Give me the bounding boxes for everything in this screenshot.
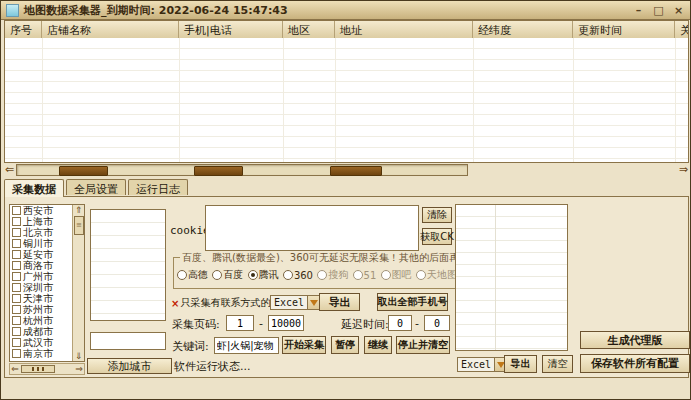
maximize-button[interactable]: □ [652, 4, 665, 17]
map-source-group: 百度、腾讯(数据最全)、360可无延迟无限采集！其他的后面再加！ 高德百度腾讯3… [173, 257, 460, 289]
keyword-input[interactable] [214, 337, 279, 354]
radio-百度[interactable]: 百度 [212, 268, 243, 282]
radio-高德[interactable]: 高德 [177, 268, 208, 282]
table-body[interactable] [5, 38, 688, 162]
checkbox-icon[interactable] [12, 239, 21, 248]
collect-data-panel: 西安市上海市北京市铜川市延安市商洛市广州市深圳市天津市苏州市杭州市成都市武汉市南… [4, 196, 689, 378]
scrollbar-thumb[interactable] [21, 365, 55, 373]
title-bar: 地图数据采集器_到期时间: 2022-06-24 15:47:43 – □ × [1, 1, 690, 20]
checkbox-icon[interactable] [12, 283, 21, 292]
contact-only-checkbox[interactable]: × 只采集有联系方式的 [171, 294, 270, 312]
page-range-label: 采集页码: [172, 317, 220, 332]
list-column-divider [495, 205, 496, 350]
new-city-input[interactable] [90, 332, 166, 350]
tab-0[interactable]: 采集数据 [4, 179, 64, 197]
phone-export-button[interactable]: 导出 [504, 355, 537, 373]
page-to-input[interactable] [268, 315, 304, 331]
checkbox-icon[interactable] [12, 228, 21, 237]
scrollbar-thumb[interactable]: ≡ [74, 216, 84, 235]
scrollbar-thumb[interactable] [194, 166, 243, 176]
continue-button[interactable]: 继续 [364, 336, 392, 354]
radio-icon [381, 270, 391, 280]
app-window: 地图数据采集器_到期时间: 2022-06-24 15:47:43 – □ × … [0, 0, 691, 400]
keyword-label: 关键词: [172, 339, 209, 354]
export-format-dropdown[interactable]: Excel [270, 295, 321, 310]
window-title: 地图数据采集器_到期时间: 2022-06-24 15:47:43 [24, 3, 288, 18]
delay-from-input[interactable] [388, 315, 412, 331]
scrollbar-thumb[interactable] [59, 166, 108, 176]
status-text: 软件运行状态... [174, 359, 251, 374]
scroll-down-icon[interactable]: ⇓ [73, 351, 84, 361]
radio-天地图: 天地图 [416, 268, 457, 282]
save-config-button[interactable]: 保存软件所有配置 [580, 354, 690, 373]
map-source-legend: 百度、腾讯(数据最全)、360可无延迟无限采集！其他的后面再加！ [180, 251, 481, 265]
scroll-right-icon[interactable]: ⇒ [677, 163, 690, 177]
column-header[interactable]: 经纬度 [473, 21, 573, 38]
scrollbar-thumb[interactable] [330, 166, 382, 176]
column-header[interactable]: 关键词 [675, 21, 689, 38]
checkbox-icon[interactable] [12, 305, 21, 314]
checkbox-icon[interactable] [12, 316, 21, 325]
scrollbar-track[interactable] [16, 164, 468, 176]
scroll-right-icon[interactable]: ⇒ [74, 364, 84, 374]
radio-图吧: 图吧 [381, 268, 412, 282]
checkbox-icon[interactable] [12, 250, 21, 259]
checkbox-icon[interactable] [12, 206, 21, 215]
checkbox-icon[interactable] [12, 327, 21, 336]
results-table: 序号店铺名称手机|电话地区地址经纬度更新时间关键词 [4, 20, 689, 163]
cookie-clear-button[interactable]: 清除 [422, 207, 452, 223]
delay-dash: - [415, 317, 419, 330]
pause-button[interactable]: 暂停 [331, 336, 359, 354]
checkbox-icon[interactable] [12, 272, 21, 281]
cookie-get-button[interactable]: 获取CK [422, 228, 452, 245]
scroll-left-icon[interactable]: ⇐ [3, 163, 16, 177]
tab-1[interactable]: 全局设置 [66, 179, 126, 195]
export-button[interactable]: 导出 [319, 293, 360, 311]
checkbox-icon[interactable] [12, 217, 21, 226]
city-list-horizontal-scrollbar[interactable]: ⇐ ⇒ [9, 363, 85, 375]
radio-51: 51 [353, 268, 377, 282]
close-button[interactable]: × [672, 4, 685, 17]
column-header[interactable]: 手机|电话 [179, 21, 283, 38]
extract-phones-button[interactable]: 取出全部手机号 [377, 293, 448, 311]
phone-format-dropdown[interactable]: Excel [457, 357, 508, 372]
delay-to-input[interactable] [424, 315, 450, 331]
app-icon [6, 4, 19, 17]
generate-proxy-button[interactable]: 生成代理版 [580, 331, 690, 349]
table-horizontal-scrollbar: ⇐ ⇒ [3, 163, 690, 177]
page-from-input[interactable] [226, 315, 254, 331]
start-collect-button[interactable]: 开始采集 [282, 336, 326, 354]
phone-clear-button[interactable]: 清空 [542, 355, 573, 373]
radio-icon [283, 270, 293, 280]
selected-city-listbox[interactable] [90, 209, 166, 321]
city-list[interactable]: 西安市上海市北京市铜川市延安市商洛市广州市深圳市天津市苏州市杭州市成都市武汉市南… [9, 204, 85, 362]
radio-360[interactable]: 360 [283, 268, 313, 282]
city-item[interactable]: 南京市 [10, 348, 73, 359]
checkbox-check-icon: × [171, 298, 179, 309]
checkbox-icon[interactable] [12, 294, 21, 303]
phone-format-value: Excel [458, 359, 494, 370]
cookie-textarea[interactable] [205, 205, 419, 251]
radio-腾讯[interactable]: 腾讯 [248, 268, 279, 282]
checkbox-icon[interactable] [12, 349, 21, 358]
scroll-left-icon[interactable]: ⇐ [10, 364, 20, 374]
column-header[interactable]: 店铺名称 [42, 21, 179, 38]
page-range-dash: - [259, 317, 263, 330]
table-header-row: 序号店铺名称手机|电话地区地址经纬度更新时间关键词 [5, 21, 688, 39]
tab-bar: 采集数据全局设置运行日志 [4, 179, 188, 197]
checkbox-icon[interactable] [12, 261, 21, 270]
minimize-button[interactable]: – [632, 4, 645, 17]
column-header[interactable]: 序号 [5, 21, 42, 38]
column-header[interactable]: 地区 [283, 21, 335, 38]
column-header[interactable]: 地址 [335, 21, 473, 38]
radio-搜狗: 搜狗 [317, 268, 348, 282]
phone-result-listbox[interactable] [455, 204, 568, 351]
column-header[interactable]: 更新时间 [573, 21, 675, 38]
scroll-up-icon[interactable]: ⇑ [73, 205, 84, 215]
tab-2[interactable]: 运行日志 [128, 179, 188, 195]
stop-clear-button[interactable]: 停止并清空 [396, 336, 450, 354]
checkbox-icon[interactable] [12, 338, 21, 347]
contact-only-label: 只采集有联系方式的 [180, 296, 270, 310]
add-city-button[interactable]: 添加城市 [87, 358, 172, 374]
city-list-vertical-scrollbar[interactable]: ⇑ ≡ ⇓ [72, 205, 84, 361]
